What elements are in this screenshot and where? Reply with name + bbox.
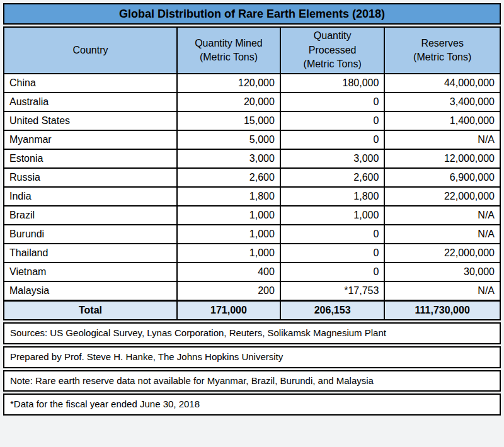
value-cell: 0 <box>280 130 384 149</box>
value-cell: 0 <box>280 244 384 263</box>
value-cell: N/A <box>384 130 500 149</box>
total-quantity-mined: 171,000 <box>177 300 280 320</box>
value-cell: N/A <box>384 225 500 244</box>
country-cell: Australia <box>4 93 177 111</box>
header-row: Country Quantity Mined (Metric Tons) Qua… <box>4 27 500 74</box>
value-cell: 44,000,000 <box>384 74 500 93</box>
value-cell: 0 <box>280 225 384 244</box>
country-cell: China <box>4 74 177 93</box>
value-cell: 3,400,000 <box>384 93 500 111</box>
value-cell: 5,000 <box>177 130 280 149</box>
table-row: China120,000180,00044,000,000 <box>4 74 500 93</box>
total-row: Total 171,000 206,153 111,730,000 <box>4 300 500 320</box>
country-cell: Vietnam <box>4 263 177 281</box>
table-row: Australia20,00003,400,000 <box>4 93 500 111</box>
value-cell: 1,400,000 <box>384 111 500 130</box>
value-cell: 0 <box>280 263 384 281</box>
value-cell: 6,900,000 <box>384 168 500 187</box>
value-cell: 0 <box>280 93 384 111</box>
value-cell: 1,800 <box>280 187 384 206</box>
country-cell: Malaysia <box>4 281 177 300</box>
table-row: Brazil1,0001,000N/A <box>4 206 500 225</box>
footnote-reserve-availability-note: Note: Rare earth reserve data not availa… <box>3 370 501 392</box>
total-label: Total <box>4 300 177 320</box>
value-cell: *17,753 <box>280 281 384 300</box>
column-header-reserves: Reserves (Metric Tons) <box>384 27 500 74</box>
table-body: China120,000180,00044,000,000Australia20… <box>4 74 500 300</box>
table-row: Myanmar5,0000N/A <box>4 130 500 149</box>
table-row: Estonia3,0003,00012,000,000 <box>4 149 500 168</box>
table-row: Burundi1,0000N/A <box>4 225 500 244</box>
page: Global Distribution of Rare Earth Elemen… <box>0 0 504 447</box>
value-cell: 20,000 <box>177 93 280 111</box>
table-row: United States15,00001,400,000 <box>4 111 500 130</box>
footnote-prepared-by: Prepared by Prof. Steve H. Hanke, The Jo… <box>3 346 501 368</box>
table-row: Malaysia200*17,753N/A <box>4 281 500 300</box>
footnote-sources: Sources: US Geological Survey, Lynas Cor… <box>3 322 501 344</box>
country-cell: United States <box>4 111 177 130</box>
value-cell: 1,000 <box>177 206 280 225</box>
country-cell: Myanmar <box>4 130 177 149</box>
value-cell: 15,000 <box>177 111 280 130</box>
value-cell: 180,000 <box>280 74 384 93</box>
value-cell: 1,800 <box>177 187 280 206</box>
table-title: Global Distribution of Rare Earth Elemen… <box>3 3 501 25</box>
footnote-fiscal-year: *Data for the fiscal year ended June 30,… <box>3 393 501 416</box>
total-quantity-processed: 206,153 <box>280 300 384 320</box>
value-cell: 1,000 <box>280 206 384 225</box>
table-row: Vietnam400030,000 <box>4 263 500 281</box>
value-cell: 22,000,000 <box>384 244 500 263</box>
country-cell: Thailand <box>4 244 177 263</box>
country-cell: Burundi <box>4 225 177 244</box>
value-cell: 0 <box>280 111 384 130</box>
value-cell: N/A <box>384 206 500 225</box>
value-cell: 30,000 <box>384 263 500 281</box>
value-cell: 120,000 <box>177 74 280 93</box>
country-cell: Estonia <box>4 149 177 168</box>
table-row: Thailand1,000022,000,000 <box>4 244 500 263</box>
column-header-quantity-mined: Quantity Mined (Metric Tons) <box>177 27 280 74</box>
country-cell: Russia <box>4 168 177 187</box>
value-cell: 1,000 <box>177 244 280 263</box>
value-cell: 2,600 <box>280 168 384 187</box>
table-row: India1,8001,80022,000,000 <box>4 187 500 206</box>
country-cell: India <box>4 187 177 206</box>
value-cell: 12,000,000 <box>384 149 500 168</box>
total-reserves: 111,730,000 <box>384 300 500 320</box>
value-cell: 3,000 <box>177 149 280 168</box>
value-cell: 2,600 <box>177 168 280 187</box>
value-cell: 22,000,000 <box>384 187 500 206</box>
value-cell: 1,000 <box>177 225 280 244</box>
data-table: Country Quantity Mined (Metric Tons) Qua… <box>3 26 501 320</box>
column-header-quantity-processed: Quantity Processed (Metric Tons) <box>280 27 384 74</box>
value-cell: N/A <box>384 281 500 300</box>
country-cell: Brazil <box>4 206 177 225</box>
value-cell: 200 <box>177 281 280 300</box>
value-cell: 3,000 <box>280 149 384 168</box>
value-cell: 400 <box>177 263 280 281</box>
table-row: Russia2,6002,6006,900,000 <box>4 168 500 187</box>
column-header-country: Country <box>4 27 177 74</box>
